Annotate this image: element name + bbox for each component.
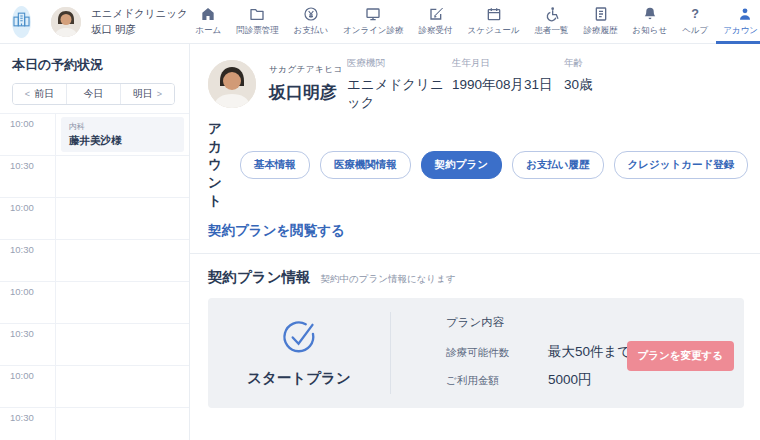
schedule-slot: 10:30 bbox=[0, 408, 189, 440]
nav-item-person[interactable]: アカウント bbox=[716, 0, 760, 44]
prev-day-button[interactable]: < 前日 bbox=[13, 84, 66, 104]
document-icon bbox=[593, 6, 609, 22]
profile-field-value: エニメドクリニック bbox=[347, 76, 452, 112]
nav-item-label: 診療履歴 bbox=[584, 25, 618, 37]
nav-item-label: 患者一覧 bbox=[535, 25, 569, 37]
header-nav: ホーム問診票管理お支払いオンライン診療診察受付スケジュール患者一覧診療履歴お知ら… bbox=[188, 0, 760, 44]
profile-field-label: 年齢 bbox=[564, 57, 593, 70]
main-content: サカグチアキヒコ 坂口明彦 医療機関エニメドクリニック生年月日1990年08月3… bbox=[190, 44, 760, 440]
building-icon bbox=[12, 10, 31, 33]
tab-お支払い履歴[interactable]: お支払い履歴 bbox=[512, 151, 604, 179]
slot-time-label: 10:00 bbox=[10, 118, 34, 129]
profile-fields: 医療機関エニメドクリニック生年月日1990年08月31日年齢30歳 bbox=[347, 57, 593, 112]
slot-time-label: 10:30 bbox=[10, 244, 34, 255]
nav-item-label: 診察受付 bbox=[419, 25, 453, 37]
doctor-avatar bbox=[208, 60, 256, 108]
home-icon bbox=[200, 6, 216, 22]
plan-name: スタートプラン bbox=[247, 369, 351, 388]
schedule-slot: 10:00内科藤井美沙様 bbox=[0, 114, 189, 156]
nav-item-bell[interactable]: お知らせ bbox=[625, 0, 675, 44]
slot-time-label: 10:30 bbox=[10, 160, 34, 171]
change-plan-button[interactable]: プランを変更する bbox=[627, 341, 734, 371]
sidebar-today-appointments: 本日の予約状況 < 前日 今日 明日 > 10:00内科藤井美沙様10:3010… bbox=[0, 44, 190, 440]
appointment-patient: 藤井美沙様 bbox=[69, 134, 176, 148]
nav-item-folder[interactable]: 問診票管理 bbox=[229, 0, 287, 44]
appointment-department: 内科 bbox=[69, 121, 176, 132]
plan-detail-label: ご利用金額 bbox=[446, 374, 548, 388]
edit-icon bbox=[428, 6, 444, 22]
header-user-name: 坂口 明彦 bbox=[91, 22, 188, 37]
nav-item-yen-circle[interactable]: お支払い bbox=[286, 0, 335, 44]
doctor-furigana: サカグチアキヒコ bbox=[269, 64, 347, 76]
svg-text:?: ? bbox=[691, 7, 699, 21]
plan-detail-value: 5000円 bbox=[548, 371, 592, 389]
question-icon: ? bbox=[687, 6, 703, 22]
nav-item-question[interactable]: ?ヘルプ bbox=[675, 0, 716, 44]
schedule-slot: 10:30 bbox=[0, 324, 189, 366]
nav-item-label: スケジュール bbox=[468, 25, 520, 37]
nav-item-document[interactable]: 診療履歴 bbox=[576, 0, 625, 44]
profile-field-value: 30歳 bbox=[564, 76, 593, 94]
plan-details-title: プラン内容 bbox=[446, 315, 744, 330]
schedule-slot: 10:00 bbox=[0, 198, 189, 240]
nav-item-wheelchair[interactable]: 患者一覧 bbox=[527, 0, 576, 44]
chevron-left-icon: < bbox=[25, 89, 30, 99]
next-day-button[interactable]: 明日 > bbox=[120, 84, 174, 104]
slot-time-label: 10:00 bbox=[10, 370, 34, 381]
profile-field-label: 医療機関 bbox=[347, 57, 452, 70]
plan-summary: スタートプラン bbox=[208, 298, 390, 408]
slot-time-label: 10:30 bbox=[10, 412, 34, 423]
nav-item-label: ヘルプ bbox=[682, 25, 708, 37]
nav-item-label: アカウント bbox=[723, 25, 760, 37]
today-button[interactable]: 今日 bbox=[66, 84, 120, 104]
nav-item-label: 問診票管理 bbox=[236, 25, 279, 37]
nav-item-label: お支払い bbox=[294, 25, 328, 37]
day-navigation: < 前日 今日 明日 > bbox=[12, 83, 175, 105]
slot-time-label: 10:00 bbox=[10, 286, 34, 297]
wheelchair-icon bbox=[544, 6, 560, 22]
account-tabs-row: アカウント 基本情報医療機関情報契約プランお支払い履歴クレジットカード登録 bbox=[208, 120, 744, 210]
chevron-right-icon: > bbox=[157, 89, 162, 99]
slot-time-label: 10:30 bbox=[10, 328, 34, 339]
plan-detail-label: 診療可能件数 bbox=[446, 346, 548, 360]
plan-detail-value: 最大50件まで bbox=[548, 343, 631, 361]
plan-panel: スタートプラン プラン内容 診療可能件数最大50件までご利用金額5000円 プラ… bbox=[208, 298, 744, 408]
schedule-slot: 10:30 bbox=[0, 240, 189, 282]
doctor-profile: サカグチアキヒコ 坂口明彦 医療機関エニメドクリニック生年月日1990年08月3… bbox=[208, 56, 744, 112]
nav-item-label: お知らせ bbox=[633, 25, 668, 37]
account-label: アカウント bbox=[208, 120, 222, 210]
profile-field: 医療機関エニメドクリニック bbox=[347, 57, 452, 112]
profile-field-label: 生年月日 bbox=[452, 57, 564, 70]
header-clinic-name: エニメドクリニック bbox=[91, 6, 188, 21]
header-user-avatar bbox=[51, 7, 81, 37]
nav-item-calendar[interactable]: スケジュール bbox=[460, 0, 527, 44]
appointment-card[interactable]: 内科藤井美沙様 bbox=[61, 117, 184, 152]
slot-time-label: 10:00 bbox=[10, 202, 34, 213]
tab-クレジットカード登録[interactable]: クレジットカード登録 bbox=[614, 151, 749, 179]
yen-circle-icon bbox=[303, 6, 319, 22]
tab-基本情報[interactable]: 基本情報 bbox=[240, 151, 310, 179]
folder-icon bbox=[249, 6, 265, 22]
plan-section-subtitle: 契約中のプラン情報になります bbox=[321, 273, 456, 286]
tab-契約プラン[interactable]: 契約プラン bbox=[421, 151, 502, 179]
nav-item-edit[interactable]: 診察受付 bbox=[411, 0, 460, 44]
profile-field-value: 1990年08月31日 bbox=[452, 76, 564, 94]
plan-section-title: 契約プラン情報 bbox=[208, 268, 311, 287]
nav-item-label: オンライン診療 bbox=[343, 25, 404, 37]
person-icon bbox=[737, 6, 753, 22]
profile-field: 年齢30歳 bbox=[564, 57, 593, 112]
sidebar-title: 本日の予約状況 bbox=[12, 56, 177, 74]
clinic-logo[interactable] bbox=[12, 6, 31, 38]
check-circle-icon bbox=[281, 319, 317, 359]
plan-detail-row: ご利用金額5000円 bbox=[446, 371, 744, 389]
nav-item-home[interactable]: ホーム bbox=[188, 0, 229, 44]
account-tabs: 基本情報医療機関情報契約プランお支払い履歴クレジットカード登録 bbox=[240, 151, 748, 179]
schedule-slot: 10:30 bbox=[0, 156, 189, 198]
app-window: エニメドクリニック 坂口 明彦 ホーム問診票管理お支払いオンライン診療診察受付ス… bbox=[0, 0, 760, 440]
tab-医療機関情報[interactable]: 医療機関情報 bbox=[320, 151, 411, 179]
profile-field: 生年月日1990年08月31日 bbox=[452, 57, 564, 112]
page-heading: 契約プランを閲覧する bbox=[208, 222, 744, 240]
calendar-icon bbox=[486, 6, 502, 22]
nav-item-monitor[interactable]: オンライン診療 bbox=[336, 0, 412, 44]
section-divider bbox=[190, 253, 760, 254]
